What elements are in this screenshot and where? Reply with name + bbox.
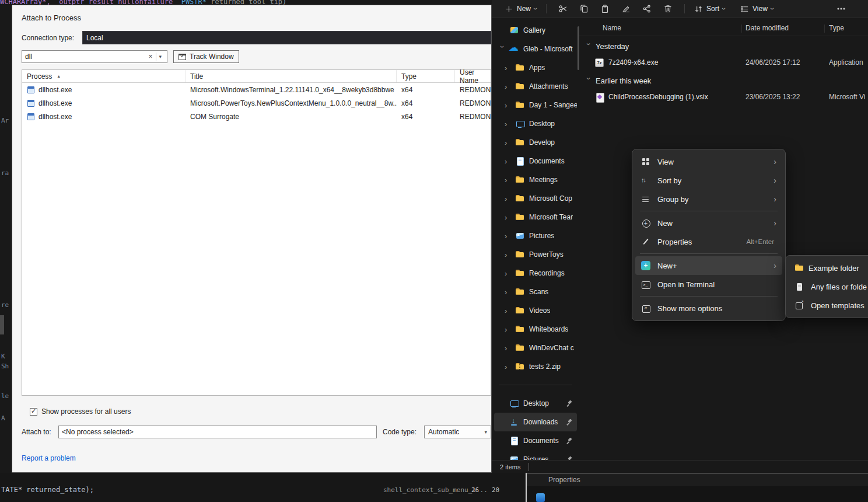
sidebar-item[interactable]: › Meetings [494,170,577,189]
sidebar-item[interactable]: › Microsoft Tear [494,208,577,226]
column-header-type[interactable]: Type [397,70,455,82]
submenu-item-open-templates[interactable]: Open templates [789,296,868,315]
sidebar-item[interactable]: › Downloads [494,413,577,431]
menu-item-properties[interactable]: Properties Alt+Enter [635,232,782,251]
chevron-icon[interactable]: › [505,214,515,221]
sidebar-item[interactable]: › Microsoft Cop [494,189,577,208]
chevron-icon[interactable]: › [505,64,515,72]
chevron-icon[interactable]: › [505,288,515,296]
sidebar-item[interactable]: › Gleb - Microsoft [494,40,577,58]
view-button[interactable]: View › [737,1,777,16]
chevron-icon[interactable]: › [505,176,515,184]
column-header-title[interactable]: Title [186,70,397,82]
code-type-select[interactable]: Automatic ▾ [424,426,491,438]
editor-scrollbar[interactable] [0,315,4,334]
chevron-down-icon[interactable]: › [585,43,593,50]
sidebar-item[interactable]: › Day 1 - Sangee [494,96,577,114]
show-all-users-checkbox[interactable] [30,408,37,416]
column-header-process[interactable]: Process ▲ [22,70,186,82]
sidebar-item[interactable]: › PowerToys [494,245,577,264]
chevron-icon[interactable]: › [505,102,515,109]
menu-item-open-in-terminal[interactable]: Open in Terminal [635,275,782,294]
editor-status-line: 20 [492,486,499,494]
menu-item-new-plus[interactable]: New+ › [635,256,782,275]
chevron-icon[interactable]: › [505,344,515,352]
file-row[interactable]: ChildProcessDebugging (1).vsix 23/06/202… [579,89,868,105]
menu-item-sort-by[interactable]: Sort by › [635,171,782,190]
column-divider[interactable] [741,25,742,33]
process-type: x64 [401,99,412,107]
sidebar-item[interactable]: › Develop [494,133,577,152]
sidebar-item[interactable]: › Pictures [494,450,577,460]
sidebar-item[interactable]: › Attachments [494,77,577,96]
properties-window-body [527,486,868,502]
attach-to-field[interactable]: <No process selected> [58,426,377,438]
group-header[interactable]: › Yesterday [579,39,868,55]
more-button[interactable] [831,1,852,16]
sidebar-item[interactable]: › Pictures [494,226,577,245]
chevron-icon[interactable]: › [505,251,515,259]
sort-button[interactable]: Sort › [691,1,729,16]
chevron-down-icon[interactable]: ▾ [156,54,164,60]
menu-item-group-by[interactable]: Group by › [635,190,782,208]
share-button[interactable] [636,1,657,16]
menu-item-new[interactable]: New › [635,214,782,232]
chevron-icon[interactable]: › [505,232,515,240]
sidebar-item[interactable]: › Gallery [494,21,577,40]
sidebar-item[interactable]: › Videos [494,301,577,320]
chevron-icon[interactable]: › [505,307,515,315]
chevron-down-icon[interactable]: › [585,78,593,85]
table-row[interactable]: dllhost.exe COM Surrogate x64 REDMOND [22,110,491,123]
copy-button[interactable] [573,1,594,16]
track-window-button[interactable]: Track Window [173,50,239,63]
sidebar-item-label: Develop [529,138,555,147]
sidebar-item[interactable]: › Scans [494,283,577,301]
sidebar-item[interactable]: › tests 2.zip [494,357,577,376]
chevron-icon[interactable]: › [505,120,515,128]
column-header-type[interactable]: Type [829,24,844,32]
chevron-icon[interactable]: › [505,139,515,147]
connection-type-value: Local [86,34,103,42]
sidebar-item[interactable]: › Apps [494,58,577,77]
process-filter-input[interactable]: dll × ▾ [22,50,167,63]
chevron-icon[interactable]: › [505,195,515,203]
chevron-icon[interactable]: › [499,46,506,53]
chevron-icon[interactable]: › [505,270,515,277]
submenu-item-any-files[interactable]: Any files or folde [789,277,868,296]
chevron-icon[interactable]: › [505,83,515,90]
new-button[interactable]: New › [501,1,540,16]
chevron-icon[interactable]: › [505,363,515,371]
submenu-item-example-folder[interactable]: Example folder [789,259,868,277]
sort-icon [641,176,650,185]
menu-item-view[interactable]: View › [635,152,782,171]
code-token: returned_state); [22,486,94,494]
column-divider[interactable] [824,25,825,33]
sidebar-item[interactable]: › Documents [494,431,577,450]
paste-button[interactable] [594,1,615,16]
sidebar-item[interactable]: › Desktop [494,394,577,413]
sidebar-item[interactable]: › Documents [494,152,577,170]
clear-filter-icon[interactable]: × [145,53,156,61]
code-type-label: Code type: [383,428,416,436]
sidebar-item[interactable]: › WinDevChat c [494,339,577,357]
sidebar-item-label: WinDevChat c [529,344,574,352]
file-row[interactable]: 7z2409-x64.exe 24/06/2025 17:12 Applicat… [579,55,868,71]
column-header-date[interactable]: Date modified [746,24,789,32]
connection-type-select[interactable]: Local [82,31,491,44]
report-problem-link[interactable]: Report a problem [22,454,76,462]
chevron-icon[interactable]: › [505,158,515,165]
rename-button[interactable] [615,1,636,16]
code-fragment: le [1,392,9,400]
sidebar-item[interactable]: › Whiteboards [494,320,577,339]
cut-button[interactable] [552,1,573,16]
delete-button[interactable] [657,1,678,16]
table-row[interactable]: dllhost.exe Microsoft.PowerToys.NewPlusC… [22,96,491,110]
table-row[interactable]: dllhost.exe Microsoft.WindowsTerminal_1.… [22,83,491,96]
column-header-name[interactable]: Name [603,24,621,32]
column-header-user[interactable]: User Name [455,70,491,82]
menu-item-show-more-options[interactable]: Show more options [635,299,782,318]
sidebar-item[interactable]: › Desktop [494,114,577,133]
sidebar-item[interactable]: › Recordings [494,264,577,283]
group-header[interactable]: › Earlier this week [579,74,868,89]
chevron-icon[interactable]: › [505,326,515,333]
